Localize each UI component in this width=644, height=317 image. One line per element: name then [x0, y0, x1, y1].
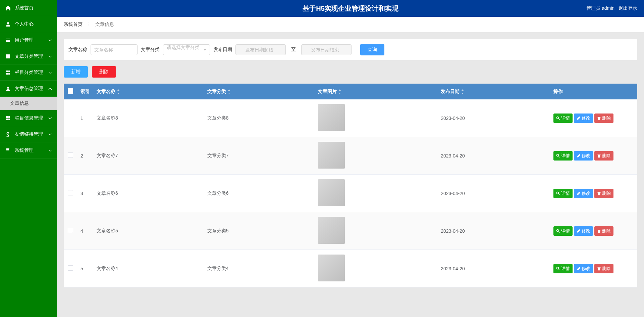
- col-category[interactable]: 文章分类: [204, 84, 315, 99]
- thumbnail: [318, 255, 345, 281]
- view-button[interactable]: 详情: [553, 151, 573, 161]
- filter-date-start[interactable]: [235, 44, 286, 55]
- action-bar: 新增 删除: [64, 66, 637, 78]
- box-icon: [5, 54, 11, 59]
- view-button[interactable]: 详情: [553, 264, 573, 273]
- row-checkbox[interactable]: [68, 115, 73, 120]
- sidebar-item-7[interactable]: 友情链接管理: [0, 126, 57, 142]
- thumbnail: [318, 179, 345, 206]
- svg-point-2: [557, 192, 559, 194]
- sidebar-item-6[interactable]: 栏目信息管理: [0, 110, 57, 126]
- breadcrumb-sep: ⋮: [87, 21, 91, 27]
- cell-category: 文章分类6: [204, 175, 315, 212]
- thumbnail: [318, 104, 345, 131]
- filter-name-input[interactable]: [91, 44, 138, 55]
- cell-image: [315, 250, 437, 287]
- breadcrumb: 系统首页 ⋮ 文章信息: [57, 17, 644, 33]
- row-delete-button[interactable]: 删除: [594, 264, 613, 273]
- filter-date-end[interactable]: [301, 44, 352, 55]
- row-checkbox[interactable]: [68, 152, 73, 158]
- cell-index: 1: [77, 99, 93, 137]
- sidebar-item-label: 个人中心: [15, 21, 34, 27]
- cell-date: 2023-04-20: [437, 137, 550, 175]
- edit-button[interactable]: 修改: [574, 114, 593, 123]
- filter-cat-select[interactable]: 请选择文章分类: [163, 44, 210, 55]
- view-button[interactable]: 详情: [553, 114, 573, 123]
- filter-date-label: 发布日期: [213, 47, 232, 53]
- row-delete-button[interactable]: 删除: [594, 226, 613, 236]
- logout-link[interactable]: 退出登录: [619, 5, 637, 11]
- sort-icon: [338, 89, 341, 94]
- user-icon: [5, 86, 11, 91]
- cell-index: 3: [77, 175, 93, 212]
- table-row: 1文章名称8文章分类82023-04-20详情修改删除: [64, 99, 637, 137]
- grid-icon: [5, 70, 11, 75]
- row-checkbox[interactable]: [68, 265, 73, 271]
- cell-date: 2023-04-20: [437, 99, 550, 137]
- link-icon: [5, 132, 11, 137]
- cell-name: 文章名称6: [93, 175, 204, 212]
- cell-ops: 详情修改删除: [550, 175, 637, 212]
- chevron-down-icon: [49, 117, 52, 120]
- cell-image: [315, 175, 437, 212]
- sidebar-item-8[interactable]: 系统管理: [0, 142, 57, 158]
- col-name[interactable]: 文章名称: [93, 84, 204, 99]
- cell-index: 4: [77, 212, 93, 250]
- table-row: 2文章名称7文章分类72023-04-20详情修改删除: [64, 137, 637, 175]
- sidebar-subitem[interactable]: 文章信息: [0, 97, 57, 110]
- sidebar-item-label: 友情链接管理: [15, 131, 43, 137]
- filter-bar: 文章名称 文章分类 请选择文章分类 发布日期 至 查询: [64, 39, 637, 60]
- cell-date: 2023-04-20: [437, 175, 550, 212]
- topbar: 基于H5实现企业管理设计和实现 管理员 admin 退出登录: [57, 0, 644, 17]
- view-button[interactable]: 详情: [553, 189, 573, 198]
- row-checkbox[interactable]: [68, 228, 73, 233]
- cell-category: 文章分类5: [204, 212, 315, 250]
- cell-category: 文章分类7: [204, 137, 315, 175]
- sort-icon: [227, 89, 231, 94]
- sidebar-item-label: 栏目信息管理: [15, 115, 43, 121]
- chevron-down-icon: [49, 39, 52, 42]
- cell-date: 2023-04-20: [437, 250, 550, 287]
- view-button[interactable]: 详情: [553, 226, 573, 236]
- chevron-up-icon: [49, 87, 52, 90]
- search-button[interactable]: 查询: [360, 44, 384, 55]
- table-row: 4文章名称5文章分类52023-04-20详情修改删除: [64, 212, 637, 250]
- col-date[interactable]: 发布日期: [437, 84, 550, 99]
- svg-point-0: [557, 117, 559, 119]
- app-title: 基于H5实现企业管理设计和实现: [57, 4, 644, 13]
- cell-ops: 详情修改删除: [550, 137, 637, 175]
- sidebar-item-label: 系统首页: [15, 5, 34, 11]
- select-all-checkbox[interactable]: [68, 88, 73, 94]
- edit-button[interactable]: 修改: [574, 189, 593, 198]
- svg-point-3: [557, 229, 559, 231]
- sidebar-item-1[interactable]: 个人中心: [0, 16, 57, 32]
- sidebar-item-0[interactable]: 系统首页: [0, 0, 57, 16]
- table-row: 5文章名称4文章分类42023-04-20详情修改删除: [64, 250, 637, 287]
- edit-button[interactable]: 修改: [574, 226, 593, 236]
- cell-index: 2: [77, 137, 93, 175]
- edit-button[interactable]: 修改: [574, 264, 593, 273]
- col-image[interactable]: 文章图片: [315, 84, 437, 99]
- cell-name: 文章名称4: [93, 250, 204, 287]
- sidebar-item-3[interactable]: 文章分类管理: [0, 48, 57, 64]
- filter-name-label: 文章名称: [68, 47, 87, 53]
- cell-index: 5: [77, 250, 93, 287]
- edit-button[interactable]: 修改: [574, 151, 593, 161]
- admin-label[interactable]: 管理员 admin: [586, 5, 614, 11]
- row-checkbox[interactable]: [68, 190, 73, 195]
- cell-category: 文章分类4: [204, 250, 315, 287]
- flag-icon: [5, 148, 11, 153]
- sidebar-item-label: 文章分类管理: [15, 53, 43, 59]
- list-icon: [5, 38, 11, 43]
- row-delete-button[interactable]: 删除: [594, 189, 613, 198]
- delete-button[interactable]: 删除: [92, 66, 116, 78]
- add-button[interactable]: 新增: [64, 66, 88, 78]
- breadcrumb-home[interactable]: 系统首页: [64, 21, 83, 27]
- cell-name: 文章名称8: [93, 99, 204, 137]
- row-delete-button[interactable]: 删除: [594, 151, 613, 161]
- sidebar-item-4[interactable]: 栏目分类管理: [0, 64, 57, 81]
- row-delete-button[interactable]: 删除: [594, 114, 613, 123]
- sidebar-item-2[interactable]: 用户管理: [0, 32, 57, 48]
- sidebar-item-5[interactable]: 文章信息管理: [0, 81, 57, 97]
- thumbnail: [318, 217, 345, 244]
